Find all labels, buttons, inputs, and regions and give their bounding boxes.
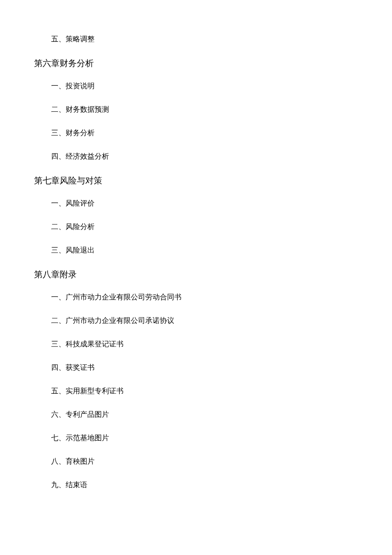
toc-sub-item: 一、投资说明 (51, 81, 358, 91)
toc-sub-item: 四、经济效益分析 (51, 151, 358, 161)
toc-sub-item: 二、财务数据预测 (51, 105, 358, 114)
toc-sub-item: 九、结束语 (51, 480, 358, 490)
chapter-heading-8: 第八章附录 (34, 269, 358, 280)
toc-sub-item: 六、专利产品图片 (51, 410, 358, 419)
toc-sub-item: 二、风险分析 (51, 222, 358, 232)
toc-sub-item: 一、广州市动力企业有限公司劳动合同书 (51, 292, 358, 302)
toc-sub-item: 五、实用新型专利证书 (51, 386, 358, 396)
chapter-heading-7: 第七章风险与对策 (34, 175, 358, 186)
chapter-heading-6: 第六章财务分析 (34, 58, 358, 69)
toc-sub-item: 八、育秧图片 (51, 456, 358, 466)
toc-sub-item: 四、获奖证书 (51, 363, 358, 372)
toc-sub-item: 三、风险退出 (51, 245, 358, 255)
toc-sub-item: 二、广州市动力企业有限公司承诺协议 (51, 316, 358, 325)
toc-sub-item: 三、科技成果登记证书 (51, 339, 358, 349)
toc-sub-item: 一、风险评价 (51, 198, 358, 208)
toc-sub-item: 七、示范基地图片 (51, 433, 358, 443)
toc-sub-item: 五、策略调整 (51, 34, 358, 44)
toc-sub-item: 三、财务分析 (51, 128, 358, 138)
